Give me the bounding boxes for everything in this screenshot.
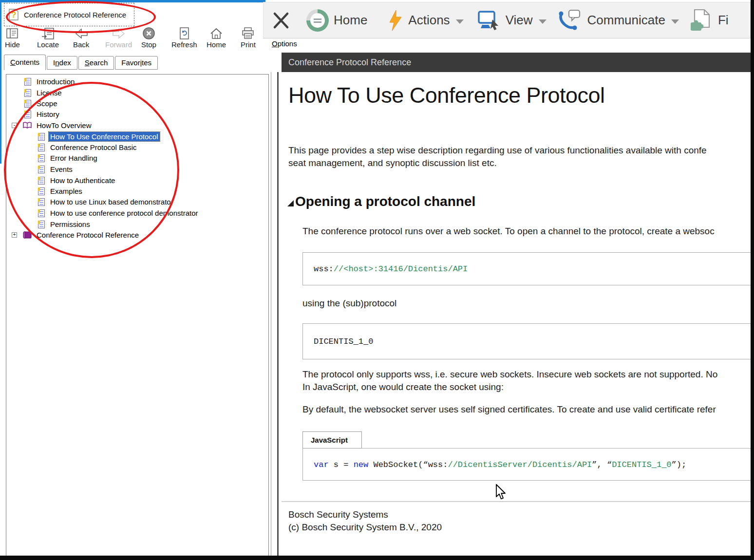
tree-item[interactable]: How to use conference protocol demonstra… xyxy=(7,208,261,218)
tree-item-label[interactable]: Scope xyxy=(35,99,59,108)
window-frame-left xyxy=(0,0,1,164)
code-block-url: wss://<host>:31416/Dicentis/API xyxy=(302,252,754,285)
tree-item-label[interactable]: How to use conference protocol demonstra… xyxy=(49,208,200,218)
topic-page-icon xyxy=(24,100,31,108)
navigation-tabs: Contents Index Search Favorites xyxy=(4,55,159,70)
tree-item-label[interactable]: History xyxy=(35,110,61,119)
toolbar-item-files[interactable]: Fi xyxy=(689,9,729,32)
tab-favorites[interactable]: Favorites xyxy=(115,56,158,70)
code-line: wss://<host>:31416/Dicentis/API xyxy=(314,264,754,274)
chevron-down-icon xyxy=(671,19,679,24)
chevron-down-icon xyxy=(539,19,547,24)
screen-edge-bottom xyxy=(0,556,754,560)
tree-item-label[interactable]: Conference Protocol Reference xyxy=(35,230,140,240)
forward-button[interactable]: Forward xyxy=(105,25,132,49)
hide-label: Hide xyxy=(5,40,20,49)
page-title: How To Use Conference Protocol xyxy=(288,83,605,108)
tree-item[interactable]: Examples xyxy=(7,186,261,196)
tree-item[interactable]: Introduction xyxy=(7,76,261,87)
tree-expander-plus[interactable]: + xyxy=(12,232,17,238)
tree-item-label[interactable]: How to use Linux based demonstrator xyxy=(49,197,175,206)
tree-item[interactable]: License xyxy=(7,88,261,98)
locate-label: Locate xyxy=(37,40,59,49)
tree-item[interactable]: Conference Protocol Basic xyxy=(7,142,261,152)
closed-book-icon xyxy=(22,231,32,239)
locate-icon xyxy=(41,25,55,40)
tree-item[interactable]: How to Authenticate xyxy=(7,175,261,186)
toolbar-item-view[interactable]: View xyxy=(476,10,547,31)
print-button[interactable]: Print xyxy=(241,25,256,49)
content-header-bar: Conference Protocol Reference xyxy=(282,53,751,72)
tab-contents[interactable]: Contents xyxy=(4,55,46,70)
refresh-label: Refresh xyxy=(171,40,197,49)
tree-item[interactable]: How to use Linux based demonstrator xyxy=(7,197,261,207)
tab-index[interactable]: Index xyxy=(47,56,77,70)
toolbar-item-home[interactable]: Home xyxy=(306,9,367,32)
topic-page-icon xyxy=(38,198,45,206)
home-label: Home xyxy=(207,40,226,49)
close-button[interactable] xyxy=(272,11,290,30)
chevron-down-icon xyxy=(456,19,464,24)
refresh-button[interactable]: Refresh xyxy=(171,25,197,49)
tree-expander-minus[interactable]: - xyxy=(12,123,17,128)
print-label: Print xyxy=(241,40,256,49)
home-button[interactable]: Home xyxy=(207,25,226,49)
tree-item-label[interactable]: HowTo Overview xyxy=(35,121,93,130)
tree-item-label[interactable]: Events xyxy=(49,165,74,174)
pane-splitter-handle[interactable] xyxy=(277,72,279,556)
locate-button[interactable]: Locate xyxy=(37,25,59,49)
tree-item-selected[interactable]: How To Use Conference Protocol xyxy=(7,131,261,142)
toolbar-item-actions[interactable]: Actions xyxy=(388,9,463,32)
back-button[interactable]: Back xyxy=(73,25,89,49)
tree-item[interactable]: Events xyxy=(7,164,261,174)
toolbar-view-label: View xyxy=(506,13,533,28)
tree-item[interactable]: Scope xyxy=(7,98,261,109)
options-label-post: ptions xyxy=(278,39,297,48)
wss-paragraph: The protocol only supports wss, i.e. sec… xyxy=(302,368,717,393)
footer-divider xyxy=(282,501,751,502)
sharing-toolbar: Home Actions View Communicate xyxy=(263,2,751,38)
tree-item-label[interactable]: How To Use Conference Protocol xyxy=(49,132,160,141)
websocket-paragraph: The conference protocol runs over a web … xyxy=(302,225,715,238)
footer-text: Bosch Security Systems (c) Bosch Securit… xyxy=(288,508,442,534)
topic-page-icon xyxy=(38,209,45,217)
stop-button[interactable]: Stop xyxy=(141,25,156,49)
stop-label: Stop xyxy=(141,40,156,49)
code-line: var s = new WebSocket(“wss://DicentisSer… xyxy=(314,460,754,469)
window-title: Conference Protocol Reference xyxy=(24,11,126,19)
tree-item-label[interactable]: Introduction xyxy=(35,77,76,86)
tree-item-label[interactable]: Examples xyxy=(49,187,84,196)
tree-item[interactable]: Permissions xyxy=(7,219,261,229)
hide-button[interactable]: Hide xyxy=(5,25,20,49)
back-arrow-icon xyxy=(74,25,89,40)
topic-page-icon xyxy=(38,187,45,195)
tree-item[interactable]: History xyxy=(7,109,261,119)
home-icon xyxy=(209,25,223,40)
home-donut-icon xyxy=(306,9,329,32)
help-file-icon: ? xyxy=(7,8,20,21)
tree-item[interactable]: Error Handling xyxy=(7,153,261,163)
section-heading[interactable]: Opening a protocol channel xyxy=(287,194,475,209)
topic-page-icon xyxy=(38,154,45,162)
topic-page-icon xyxy=(38,133,45,141)
toolbar-item-communicate[interactable]: Communicate xyxy=(557,9,679,32)
pane-splitter[interactable] xyxy=(271,72,271,556)
tree-item[interactable]: - HowTo Overview xyxy=(7,120,261,131)
tree-item-label[interactable]: Permissions xyxy=(49,220,92,229)
tab-search[interactable]: Search xyxy=(78,56,114,70)
topic-page-icon xyxy=(38,144,45,151)
topic-page-icon xyxy=(24,89,31,97)
topic-page-icon xyxy=(38,177,45,185)
options-button[interactable]: Options xyxy=(272,39,297,48)
file-puzzle-icon xyxy=(689,9,713,32)
refresh-icon xyxy=(177,25,191,40)
tree-item-label[interactable]: License xyxy=(35,88,63,97)
subprotocol-paragraph: using the (sub)protocol xyxy=(302,297,396,310)
hide-icon xyxy=(5,25,19,40)
tree-item-label[interactable]: Conference Protocol Basic xyxy=(49,143,138,152)
tree-item-label[interactable]: How to Authenticate xyxy=(49,176,116,185)
toolbar-communicate-label: Communicate xyxy=(587,13,665,28)
code-tab-javascript[interactable]: JavaScript xyxy=(302,431,362,448)
tree-item[interactable]: + Conference Protocol Reference xyxy=(7,230,261,240)
tree-item-label[interactable]: Error Handling xyxy=(49,153,99,163)
